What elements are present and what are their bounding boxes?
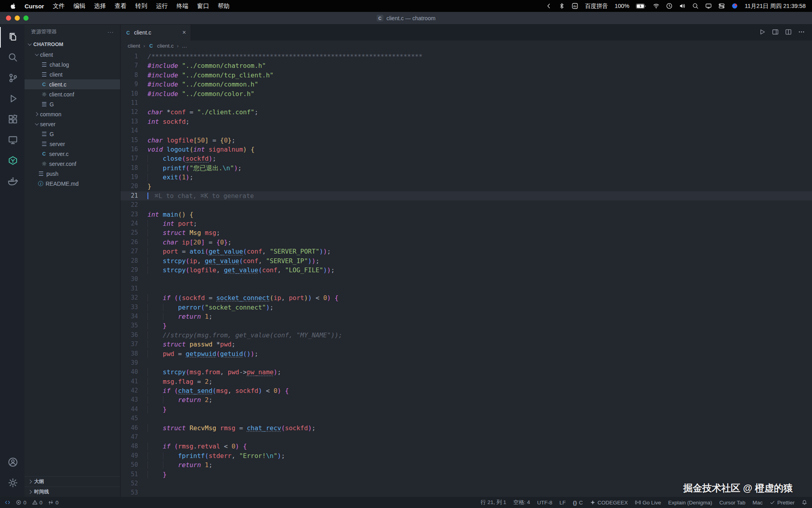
tree-item[interactable]: client <box>25 50 120 60</box>
menubar-menu-6[interactable]: 终端 <box>172 2 193 10</box>
code-line[interactable]: 36 //strcpy(msg.from, get_value(conf, "M… <box>121 331 812 340</box>
code-line[interactable]: 44 } <box>121 405 812 414</box>
battery-percent[interactable]: 100% <box>615 3 629 9</box>
layout-toggle-button[interactable] <box>772 29 779 37</box>
code-line[interactable]: 38 pwd = getpwuid(getuid()); <box>121 349 812 358</box>
chevron-left-icon[interactable] <box>546 3 552 9</box>
code-editor[interactable]: 1/**************************************… <box>121 51 812 497</box>
code-line[interactable]: 32 if ((sockfd = socket_connect(ip, port… <box>121 293 812 302</box>
cursor-position[interactable]: 行 21, 列 1 <box>481 499 506 506</box>
activity-codegeex[interactable] <box>0 151 25 171</box>
code-line[interactable]: 40 strcpy(msg.from, pwd->pw_name); <box>121 368 812 377</box>
battery-icon[interactable] <box>636 4 646 9</box>
menubar-menu-3[interactable]: 查看 <box>110 2 131 10</box>
menubar-menu-8[interactable]: 帮助 <box>213 2 234 10</box>
cursor-tab-platform[interactable]: Mac <box>753 500 763 506</box>
menubar-menu-1[interactable]: 编辑 <box>69 2 90 10</box>
tree-item[interactable]: common <box>25 109 120 119</box>
encoding[interactable]: UTF-8 <box>537 500 552 506</box>
code-line[interactable]: 47 <box>121 433 812 442</box>
code-line[interactable]: 24 int port; <box>121 219 812 228</box>
code-line[interactable]: 8#include "../common/tcp_client.h" <box>121 71 812 80</box>
code-line[interactable]: 48 if (rmsg.retval < 0) { <box>121 442 812 451</box>
minimize-window-button[interactable] <box>15 15 20 21</box>
menubar-menu-5[interactable]: 运行 <box>151 2 172 10</box>
code-line[interactable]: 52 <box>121 479 812 488</box>
code-line[interactable]: 31 <box>121 284 812 293</box>
code-line[interactable]: 28 strcpy(ip, get_value(conf, "SERVER_IP… <box>121 256 812 266</box>
language-mode[interactable]: C <box>573 500 583 506</box>
code-line[interactable]: 10#include "../common/color.h" <box>121 89 812 98</box>
volume-icon[interactable] <box>679 3 686 9</box>
code-line[interactable]: 33 perror("socket_connect"); <box>121 303 812 312</box>
code-line[interactable]: 22 <box>121 200 812 210</box>
bluetooth-icon[interactable] <box>559 3 565 9</box>
code-line[interactable]: 11 <box>121 98 812 108</box>
code-line[interactable]: 46 struct RecvMsg rmsg = chat_recv(sockf… <box>121 423 812 433</box>
menubar-menu-2[interactable]: 选择 <box>90 2 110 10</box>
zoom-window-button[interactable] <box>23 15 29 21</box>
activity-account[interactable] <box>0 452 25 473</box>
code-line[interactable]: 16void logout(int signalnum) { <box>121 145 812 154</box>
tab-client-c[interactable]: client.c <box>121 25 191 40</box>
breadcrumb-symbol[interactable]: … <box>182 43 188 49</box>
code-line[interactable]: 14 <box>121 126 812 135</box>
menubar-menu-4[interactable]: 转到 <box>131 2 151 10</box>
tree-item[interactable]: client.conf <box>25 89 120 99</box>
tree-item[interactable]: server.c <box>25 149 120 159</box>
code-line[interactable]: 35 } <box>121 321 812 330</box>
tree-item[interactable]: server.conf <box>25 159 120 169</box>
breadcrumb-file[interactable]: client.c <box>157 43 174 49</box>
activity-settings[interactable] <box>0 473 25 494</box>
activity-docker[interactable] <box>0 171 25 192</box>
codegeex-status[interactable]: CODEGEEX <box>590 500 628 506</box>
sidebar-section-1[interactable]: 时间线 <box>25 487 120 497</box>
tree-item[interactable]: G <box>25 99 120 109</box>
activity-run-debug[interactable] <box>0 89 25 110</box>
menubar-clock[interactable]: 11月21日 周四 21:39:58 <box>745 2 806 10</box>
sidebar-section-0[interactable]: 大纲 <box>25 476 120 487</box>
project-section-header[interactable]: CHATROOM <box>25 39 120 50</box>
code-line[interactable]: 45 <box>121 414 812 423</box>
explain-denigma[interactable]: Explain (Denigma) <box>668 500 712 506</box>
control-center-icon[interactable] <box>718 3 725 9</box>
code-line[interactable]: 34 return 1; <box>121 312 812 321</box>
warnings-count[interactable]: 0 <box>32 500 43 506</box>
tree-item[interactable]: client <box>25 69 120 79</box>
activity-extensions[interactable] <box>0 110 25 130</box>
code-line[interactable]: 1/**************************************… <box>121 52 812 61</box>
code-line[interactable]: 13int sockfd; <box>121 117 812 126</box>
activity-source-control[interactable] <box>0 68 25 89</box>
code-line[interactable]: 26 char ip[20] = {0}; <box>121 238 812 247</box>
notifications-bell[interactable] <box>802 500 807 505</box>
split-editor-button[interactable] <box>785 29 792 37</box>
tree-item[interactable]: server <box>25 139 120 149</box>
menubar-menu-0[interactable]: 文件 <box>48 2 69 10</box>
editor-more-actions[interactable] <box>798 29 805 37</box>
input-method-icon[interactable]: du <box>572 3 578 9</box>
tree-item[interactable]: server <box>25 119 120 129</box>
tree-item[interactable]: G <box>25 129 120 139</box>
code-line[interactable]: 25 struct Msg msg; <box>121 228 812 237</box>
explorer-more-actions-icon[interactable] <box>107 29 114 35</box>
menubar-menu-7[interactable]: 窗口 <box>193 2 213 10</box>
ports-count[interactable]: 0 <box>48 500 59 506</box>
indentation[interactable]: 空格: 4 <box>513 499 530 506</box>
code-line[interactable]: 15char logfile[50] = {0}; <box>121 136 812 145</box>
spotlight-search-icon[interactable] <box>692 3 699 9</box>
input-method-label[interactable]: 百度拼音 <box>585 2 608 10</box>
code-line[interactable]: 12char *conf = "./client.conf"; <box>121 108 812 117</box>
display-icon[interactable] <box>705 3 712 9</box>
code-line[interactable]: 9#include "../common/common.h" <box>121 80 812 89</box>
code-line[interactable]: 29 strcpy(logfile, get_value(conf, "LOG_… <box>121 266 812 275</box>
code-line[interactable]: 42 if (chat_send(msg, sockfd) < 0) { <box>121 386 812 395</box>
close-window-button[interactable] <box>6 15 11 21</box>
breadcrumb-folder[interactable]: client <box>128 43 140 49</box>
app-menu-cursor[interactable]: Cursor <box>20 3 48 10</box>
activity-remote-explorer[interactable] <box>0 130 25 151</box>
code-line[interactable]: 37 struct passwd *pwd; <box>121 340 812 349</box>
apple-menu-icon[interactable] <box>6 3 20 10</box>
app-status-icon[interactable] <box>732 3 738 9</box>
run-button[interactable] <box>759 29 766 37</box>
code-line[interactable]: 20} <box>121 182 812 191</box>
